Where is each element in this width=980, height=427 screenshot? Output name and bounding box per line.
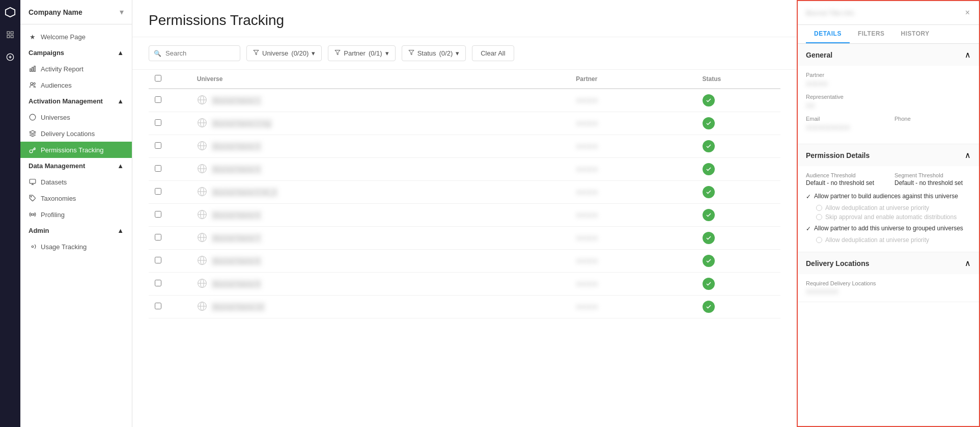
status-filter-btn[interactable]: Status (0/2) ▾ [402, 45, 466, 61]
partner-value: XXXXX [806, 80, 971, 88]
row-checkbox-4[interactable] [155, 188, 161, 195]
row-checkbox-0[interactable] [155, 96, 161, 103]
data-management-label: Data Management [29, 162, 85, 170]
sidebar-label-welcome: Welcome Page [41, 33, 86, 41]
row-checkbox-9[interactable] [155, 303, 161, 309]
universe-filter-count: (0/20) [291, 49, 309, 57]
svg-rect-13 [30, 179, 36, 183]
universe-name-5: Blurred Name 6 [211, 210, 262, 220]
permission-1-sub: Allow deduplication at universe priority… [816, 204, 971, 221]
sidebar-label-datasets: Datasets [41, 178, 67, 186]
status-icon-0 [703, 94, 715, 106]
panel-tabs: Details Filters History [798, 25, 979, 44]
search-input[interactable] [149, 45, 240, 61]
audience-threshold-label: Audience Threshold [806, 172, 882, 178]
sidebar-section-campaigns[interactable]: Campaigns ▲ [20, 45, 132, 61]
taxonomies-icon [29, 194, 37, 202]
row-checkbox-7[interactable] [155, 257, 161, 263]
permission-text-1: Allow partner to build audiences against… [814, 193, 958, 200]
sidebar-label-taxonomies: Taxonomies [41, 195, 76, 202]
delivery-chevron-icon: ∧ [965, 258, 971, 268]
row-checkbox-2[interactable] [155, 142, 161, 149]
row-checkbox-5[interactable] [155, 211, 161, 218]
table-row[interactable]: Blurred Name 4 XXXXX [149, 158, 780, 181]
partner-filter-btn[interactable]: Partner (0/1) ▾ [328, 45, 395, 61]
radio-1a [816, 205, 822, 211]
status-filter-count: (0/2) [439, 49, 453, 57]
table-row[interactable]: Blurred Name 8 XXXXX [149, 250, 780, 273]
tab-filters[interactable]: Filters [850, 25, 893, 43]
sidebar-section-activation[interactable]: Activation Management ▲ [20, 93, 132, 109]
activation-label: Activation Management [29, 97, 103, 105]
status-filter-chevron: ▾ [456, 49, 459, 57]
logo-icon[interactable] [3, 5, 17, 19]
page-header: Permissions Tracking [132, 0, 797, 37]
universe-name-0: Blurred Name 1 [211, 96, 262, 105]
table-row[interactable]: Blurred Name 10 XXXXX [149, 296, 780, 318]
row-checkbox-1[interactable] [155, 119, 161, 126]
sidebar-item-welcome[interactable]: ★ Welcome Page [20, 29, 132, 45]
svg-rect-4 [11, 35, 13, 38]
partner-label: Partner [806, 72, 971, 78]
table-row[interactable]: Blurred Name 9 XXXXX [149, 273, 780, 296]
sidebar-section-admin[interactable]: Admin ▲ [20, 223, 132, 238]
status-icon-2 [703, 140, 715, 152]
partner-value-0: XXXXX [576, 97, 598, 104]
sidebar-item-audiences[interactable]: Audiences [20, 77, 132, 93]
representative-value: XX [806, 102, 971, 110]
check-icon-2: ✓ [806, 225, 811, 232]
nav-icon-1[interactable] [3, 28, 17, 42]
table-row[interactable]: Blurred Name 7 XXXXX [149, 227, 780, 250]
campaigns-label: Campaigns [29, 49, 64, 57]
profiling-icon [29, 210, 37, 219]
permission-2-sub: Allow deduplication at universe priority [816, 236, 971, 244]
svg-point-9 [31, 83, 33, 85]
sidebar-item-universes[interactable]: Universes [20, 109, 132, 125]
sub-item-1b: Skip approval and enable automatic distr… [816, 214, 971, 221]
permission-details-header[interactable]: Permission Details ∧ [798, 144, 979, 166]
table-row[interactable]: Blurred Name 6 XXXXX [149, 204, 780, 227]
universe-filter-btn[interactable]: Universe (0/20) ▾ [246, 45, 322, 61]
table-row[interactable]: Blurred Name 2 ing XXXXX [149, 112, 780, 135]
sidebar-nav: ★ Welcome Page Campaigns ▲ Activity Repo… [20, 24, 132, 259]
tab-details[interactable]: Details [806, 25, 850, 43]
close-button[interactable]: × [964, 7, 971, 18]
sidebar-item-delivery[interactable]: Delivery Locations [20, 125, 132, 142]
clear-all-button[interactable]: Clear All [472, 45, 514, 61]
filter-icon-partner [334, 49, 341, 57]
sidebar-item-taxonomies[interactable]: Taxonomies [20, 190, 132, 206]
universe-icon-6 [197, 232, 207, 244]
sidebar-item-permissions[interactable]: Permissions Tracking [20, 142, 132, 158]
general-section: General ∧ Partner XXXXX Representative X… [798, 44, 979, 144]
sidebar-item-usage[interactable]: Usage Tracking [20, 238, 132, 255]
general-section-header[interactable]: General ∧ [798, 44, 979, 66]
right-panel: Blurred Title Info × Details Filters His… [797, 0, 980, 427]
svg-point-16 [31, 196, 32, 197]
sidebar-item-activity[interactable]: Activity Report [20, 61, 132, 77]
universe-name-9: Blurred Name 10 [211, 302, 265, 312]
segment-threshold-col: Segment Threshold Default - no threshold… [894, 172, 971, 186]
email-phone-row: Email XXXXXXXXXX Phone [806, 116, 971, 138]
email-col: Email XXXXXXXXXX [806, 116, 882, 138]
table-row[interactable]: Blurred Name 1 XXXXX [149, 89, 780, 112]
select-all-checkbox[interactable] [155, 75, 161, 82]
sidebar-item-datasets[interactable]: Datasets [20, 174, 132, 190]
row-checkbox-8[interactable] [155, 280, 161, 286]
row-checkbox-3[interactable] [155, 165, 161, 172]
sidebar-section-data[interactable]: Data Management ▲ [20, 158, 132, 174]
partner-value-6: XXXXX [576, 234, 598, 242]
tab-history[interactable]: History [893, 25, 938, 43]
universe-icon-7 [197, 255, 207, 267]
svg-marker-20 [335, 50, 340, 55]
nav-icon-2[interactable] [3, 50, 17, 64]
svg-point-10 [34, 83, 36, 85]
icon-bar [0, 0, 20, 427]
dropdown-arrow-icon[interactable]: ▾ [120, 7, 124, 17]
col-checkbox [149, 70, 191, 89]
sub-text-1a: Allow deduplication at universe priority [825, 204, 929, 211]
delivery-locations-header[interactable]: Delivery Locations ∧ [798, 252, 979, 274]
table-row[interactable]: Blurred Name 3 XXXXX [149, 135, 780, 158]
table-row[interactable]: Blurred Name 5 04_2 XXXXX [149, 181, 780, 204]
sidebar-item-profiling[interactable]: Profiling [20, 206, 132, 223]
row-checkbox-6[interactable] [155, 234, 161, 241]
